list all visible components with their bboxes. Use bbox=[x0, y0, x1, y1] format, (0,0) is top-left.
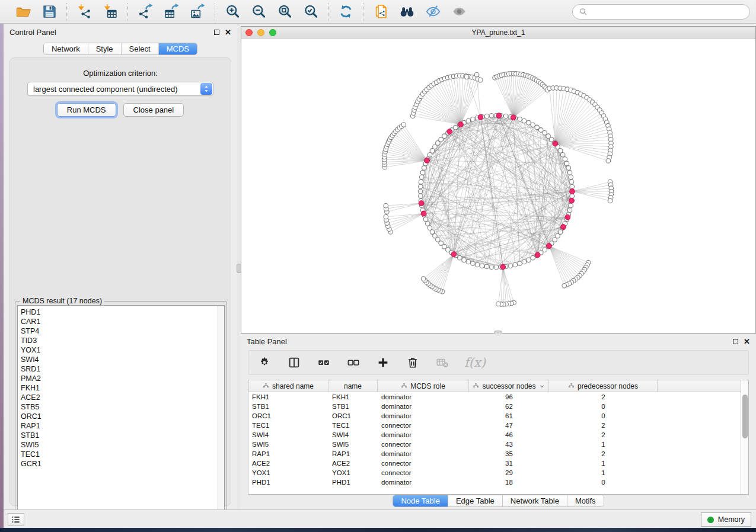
network-edge[interactable] bbox=[425, 254, 454, 281]
mcds-result-item[interactable]: GCR1 bbox=[21, 459, 218, 469]
network-leaf-node[interactable] bbox=[464, 75, 469, 79]
network-canvas[interactable] bbox=[241, 39, 755, 333]
network-node[interactable] bbox=[563, 157, 567, 162]
table-row[interactable]: YOX1YOX1connector291 bbox=[248, 468, 741, 477]
network-leaf-node[interactable] bbox=[606, 159, 611, 164]
mcds-hub-node[interactable] bbox=[570, 189, 575, 194]
network-edge[interactable] bbox=[498, 267, 503, 305]
network-node[interactable] bbox=[569, 203, 573, 208]
mcds-result-item[interactable]: CAR1 bbox=[21, 317, 218, 326]
network-edge[interactable] bbox=[445, 78, 461, 124]
mcds-hub-node[interactable] bbox=[419, 201, 424, 206]
table-row[interactable]: RAP1RAP1dominator352 bbox=[248, 449, 741, 459]
network-node[interactable] bbox=[567, 170, 572, 175]
import-table-button[interactable] bbox=[101, 3, 119, 21]
mcds-hub-node[interactable] bbox=[569, 198, 575, 203]
save-button[interactable] bbox=[40, 3, 58, 21]
trash-button[interactable] bbox=[405, 355, 420, 370]
network-node[interactable] bbox=[527, 120, 531, 125]
network-node[interactable] bbox=[418, 194, 423, 198]
tab-style[interactable]: Style bbox=[88, 43, 122, 55]
optimization-criterion-dropdown[interactable]: largest connected component (undirected) bbox=[27, 82, 213, 96]
network-edge[interactable] bbox=[451, 77, 461, 124]
network-edge[interactable] bbox=[497, 77, 513, 118]
network-edge[interactable] bbox=[432, 254, 454, 287]
network-node[interactable] bbox=[560, 153, 565, 158]
network-node[interactable] bbox=[558, 149, 563, 153]
refresh-button[interactable] bbox=[337, 3, 355, 21]
mcds-result-item[interactable]: SRD1 bbox=[21, 364, 218, 374]
network-edge[interactable] bbox=[555, 143, 610, 150]
hide-details-eye-button[interactable] bbox=[424, 3, 442, 21]
mcds-result-item[interactable]: TID3 bbox=[21, 336, 218, 345]
table-tab-edge-table[interactable]: Edge Table bbox=[448, 495, 503, 507]
network-edge[interactable] bbox=[467, 77, 480, 117]
network-node[interactable] bbox=[458, 255, 462, 260]
mcds-hub-node[interactable] bbox=[553, 141, 558, 146]
table-row[interactable]: PHD1PHD1dominator180 bbox=[248, 477, 741, 487]
network-edge[interactable] bbox=[555, 143, 611, 144]
network-edge[interactable] bbox=[388, 213, 423, 226]
network-leaf-node[interactable] bbox=[384, 203, 388, 208]
network-node[interactable] bbox=[564, 161, 569, 166]
network-node[interactable] bbox=[433, 233, 438, 238]
network-node[interactable] bbox=[423, 217, 428, 222]
plus-button[interactable] bbox=[375, 355, 391, 370]
network-node[interactable] bbox=[527, 258, 531, 262]
network-leaf-node[interactable] bbox=[478, 78, 483, 82]
network-node[interactable] bbox=[466, 118, 471, 123]
task-history-button[interactable] bbox=[8, 513, 24, 526]
export-network-button[interactable] bbox=[136, 3, 154, 21]
network-node[interactable] bbox=[475, 262, 480, 267]
mcds-result-item[interactable]: RAP1 bbox=[21, 421, 218, 431]
network-node[interactable] bbox=[570, 194, 575, 198]
export-table-button[interactable] bbox=[162, 3, 180, 21]
network-edge[interactable] bbox=[503, 267, 511, 303]
table-tab-motifs[interactable]: Motifs bbox=[567, 495, 604, 507]
network-leaf-node[interactable] bbox=[496, 302, 501, 306]
network-node[interactable] bbox=[494, 265, 499, 270]
export-image-button[interactable] bbox=[189, 3, 206, 21]
tab-select[interactable]: Select bbox=[122, 43, 159, 55]
network-node[interactable] bbox=[422, 166, 426, 171]
mcds-hub-node[interactable] bbox=[478, 114, 483, 120]
network-node[interactable] bbox=[484, 114, 489, 118]
network-node[interactable] bbox=[425, 222, 430, 226]
column-header-successor-nodes[interactable]: successor nodes bbox=[469, 380, 549, 392]
network-edge[interactable] bbox=[438, 254, 454, 290]
network-node[interactable] bbox=[518, 117, 522, 121]
network-edge[interactable] bbox=[387, 147, 427, 161]
network-edge[interactable] bbox=[391, 137, 427, 161]
memory-button[interactable]: Memory bbox=[701, 512, 751, 527]
zoom-selected-button[interactable] bbox=[302, 3, 320, 21]
table-row[interactable]: ORC1ORC1dominator610 bbox=[248, 411, 741, 421]
table-row[interactable]: ACE2ACE2connector311 bbox=[248, 459, 741, 468]
tab-mcds[interactable]: MCDS bbox=[159, 43, 197, 55]
network-edge[interactable] bbox=[555, 89, 567, 144]
network-edge[interactable] bbox=[513, 88, 546, 118]
document-network-button[interactable] bbox=[372, 3, 390, 21]
run-mcds-button[interactable]: Run MCDS bbox=[57, 103, 116, 117]
mcds-hub-node[interactable] bbox=[500, 264, 506, 270]
network-edge[interactable] bbox=[448, 132, 449, 249]
mcds-result-item[interactable]: SWI4 bbox=[21, 355, 218, 364]
mcds-hub-node[interactable] bbox=[496, 113, 502, 118]
network-node[interactable] bbox=[566, 166, 571, 171]
network-node[interactable] bbox=[513, 262, 518, 267]
network-node[interactable] bbox=[567, 208, 572, 213]
mcds-hub-node[interactable] bbox=[425, 158, 430, 164]
table-scrollbar-thumb[interactable] bbox=[742, 395, 748, 438]
mcds-hub-node[interactable] bbox=[561, 225, 566, 230]
gear-button[interactable] bbox=[257, 355, 272, 370]
column-header-shared-name[interactable]: shared name bbox=[248, 380, 328, 392]
network-node[interactable] bbox=[419, 180, 423, 184]
network-node[interactable] bbox=[462, 258, 467, 262]
network-edge[interactable] bbox=[434, 254, 454, 288]
mcds-result-item[interactable]: STB1 bbox=[21, 431, 218, 440]
network-node[interactable] bbox=[480, 264, 484, 268]
table-tab-network-table[interactable]: Network Table bbox=[503, 495, 567, 507]
network-edge[interactable] bbox=[513, 78, 532, 118]
mcds-hub-node[interactable] bbox=[547, 243, 552, 249]
column-header-MCDS-role[interactable]: MCDS role bbox=[378, 380, 469, 392]
mcds-result-item[interactable]: PHD1 bbox=[21, 307, 218, 317]
